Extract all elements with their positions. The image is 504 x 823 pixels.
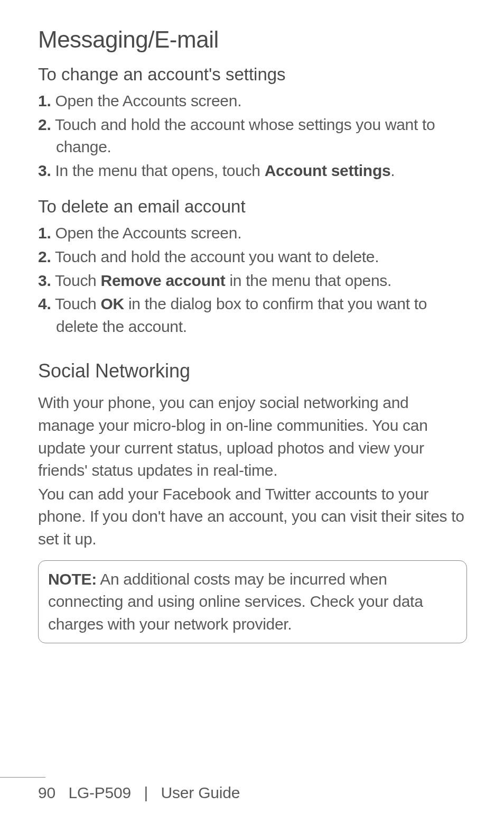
- note-label: NOTE:: [48, 570, 97, 588]
- step-text: Touch and hold the account you want to d…: [51, 248, 379, 265]
- step-text: Open the Accounts screen.: [51, 224, 241, 242]
- body-paragraph: With your phone, you can enjoy social ne…: [38, 392, 467, 482]
- steps-list-change-settings: 1. Open the Accounts screen. 2. Touch an…: [38, 90, 467, 182]
- list-item: 3. In the menu that opens, touch Account…: [38, 160, 467, 182]
- footer-text: 90 LG-P509 | User Guide: [0, 784, 504, 802]
- list-item: 3. Touch Remove account in the menu that…: [38, 270, 467, 292]
- section-heading-change-settings: To change an account's settings: [38, 64, 467, 85]
- step-text: Open the Accounts screen.: [51, 92, 241, 109]
- step-number: 2.: [38, 248, 51, 265]
- note-body: An additional costs may be incurred when…: [48, 570, 423, 633]
- footer-divider-line: [0, 777, 45, 778]
- page-number: 90: [38, 784, 55, 801]
- guide-label: User Guide: [161, 784, 240, 801]
- steps-list-delete-account: 1. Open the Accounts screen. 2. Touch an…: [38, 222, 467, 338]
- step-text-before: Touch: [51, 272, 100, 289]
- step-number: 3.: [38, 272, 51, 289]
- step-text-after: .: [390, 162, 395, 179]
- section-title-social: Social Networking: [38, 360, 467, 382]
- step-number: 4.: [38, 295, 51, 312]
- page-footer: 90 LG-P509 | User Guide: [0, 777, 504, 802]
- step-number: 1.: [38, 92, 51, 109]
- step-number: 2.: [38, 116, 51, 133]
- footer-divider: |: [144, 784, 148, 801]
- step-text: Touch and hold the account whose setting…: [51, 116, 435, 156]
- model-name: LG-P509: [68, 784, 131, 801]
- list-item: 2. Touch and hold the account you want t…: [38, 246, 467, 269]
- step-number: 3.: [38, 162, 51, 179]
- list-item: 2. Touch and hold the account whose sett…: [38, 114, 467, 159]
- step-bold: Account settings: [265, 162, 391, 179]
- step-text-after: in the menu that opens.: [225, 272, 391, 289]
- list-item: 1. Open the Accounts screen.: [38, 222, 467, 245]
- step-bold: Remove account: [101, 272, 226, 289]
- step-text-before: In the menu that opens, touch: [51, 162, 264, 179]
- note-text: NOTE: An additional costs may be incurre…: [48, 568, 457, 636]
- body-paragraph: You can add your Facebook and Twitter ac…: [38, 483, 467, 551]
- page-title: Messaging/E-mail: [38, 26, 467, 53]
- step-number: 1.: [38, 224, 51, 242]
- section-heading-delete-account: To delete an email account: [38, 197, 467, 217]
- step-bold: OK: [101, 295, 124, 312]
- list-item: 1. Open the Accounts screen.: [38, 90, 467, 113]
- list-item: 4. Touch OK in the dialog box to confirm…: [38, 293, 467, 338]
- step-text-before: Touch: [51, 295, 100, 312]
- note-box: NOTE: An additional costs may be incurre…: [38, 560, 467, 644]
